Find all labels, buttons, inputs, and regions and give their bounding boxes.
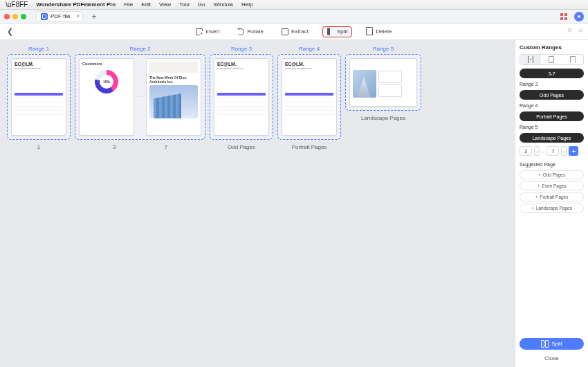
defined-range-pill[interactable]: Odd Pages bbox=[520, 90, 584, 100]
tab-title: PDF file bbox=[50, 13, 70, 19]
range-caption: Portrait Pages bbox=[277, 144, 341, 150]
to-stepper[interactable]: ˄˅ bbox=[561, 146, 567, 156]
split-canvas: Range 1 EC@LM. ecommerce solutions 1 Ran… bbox=[0, 40, 515, 367]
range-caption-left: 3 bbox=[113, 144, 116, 150]
menu-help[interactable]: Help bbox=[241, 1, 252, 8]
tab-close-icon[interactable]: × bbox=[76, 12, 80, 19]
range-box[interactable]: EC@LM. ecommerce solutions bbox=[7, 54, 71, 140]
menu-go[interactable]: Go bbox=[198, 1, 205, 8]
range-box[interactable] bbox=[345, 54, 421, 111]
range-mode-segment[interactable] bbox=[520, 54, 584, 65]
apps-grid-icon[interactable] bbox=[560, 13, 567, 20]
range-title: Range 4 bbox=[277, 46, 341, 52]
close-button[interactable]: Close bbox=[520, 353, 584, 363]
page-icon bbox=[549, 56, 554, 63]
suggested-portrait[interactable]: Portrait Pages bbox=[520, 193, 584, 202]
split-button[interactable]: Split bbox=[520, 338, 584, 350]
range-box[interactable]: EC@LM. ecommerce solutions bbox=[210, 54, 273, 140]
apple-menu-icon[interactable]: \uF8FF bbox=[6, 1, 28, 8]
range-2[interactable]: Range 2 Customers ⋯ The New Work Of Elon… bbox=[75, 46, 205, 150]
window-minimize-icon[interactable] bbox=[12, 14, 18, 19]
segment-page[interactable] bbox=[541, 55, 562, 64]
extract-label: Extract bbox=[291, 28, 309, 35]
range-title: Range 5 bbox=[345, 46, 421, 52]
toolbar-settings-icon[interactable]: ⚙ bbox=[567, 27, 572, 33]
segment-bookmark[interactable] bbox=[562, 55, 583, 64]
page-thumb-landscape[interactable] bbox=[349, 58, 417, 107]
range-brackets-icon bbox=[528, 56, 533, 63]
range-box[interactable]: EC@LM. ecommerce solutions bbox=[277, 54, 341, 140]
menu-edit[interactable]: Edit bbox=[141, 1, 151, 8]
document-tab[interactable]: PDF file × bbox=[36, 11, 83, 22]
window-tabstrip: PDF file × + ● bbox=[0, 10, 588, 24]
menu-tool[interactable]: Tool bbox=[179, 1, 190, 8]
mountain-photo-icon bbox=[353, 70, 376, 98]
add-range-button[interactable]: + bbox=[569, 146, 578, 156]
range-title: Range 1 bbox=[7, 46, 71, 52]
range-caption: Landscape Pages bbox=[345, 115, 421, 121]
range-caption-right: 7 bbox=[165, 144, 167, 150]
chevron-up-icon[interactable]: ˄ bbox=[535, 147, 539, 152]
defined-range-label: Range 3 bbox=[520, 82, 584, 87]
defined-range-label: Range 4 bbox=[520, 103, 584, 108]
page-thumb[interactable]: EC@LM. ecommerce solutions bbox=[11, 58, 66, 136]
range-from-input[interactable]: 3 bbox=[520, 146, 532, 156]
menu-file[interactable]: File bbox=[124, 1, 133, 8]
range-4[interactable]: Range 4 EC@LM. ecommerce solutions Portr… bbox=[277, 46, 341, 150]
range-box[interactable]: Customers ⋯ The New Work Of Elon Archite… bbox=[75, 54, 205, 140]
panel-title: Custom Ranges bbox=[520, 44, 584, 51]
range-caption: 1 bbox=[7, 144, 71, 150]
window-zoom-icon[interactable] bbox=[21, 14, 26, 19]
range-title: Range 3 bbox=[210, 46, 273, 52]
trash-icon bbox=[366, 28, 373, 35]
range-3[interactable]: Range 3 EC@LM. ecommerce solutions Odd P… bbox=[210, 46, 273, 150]
range-1[interactable]: Range 1 EC@LM. ecommerce solutions 1 bbox=[7, 46, 71, 150]
extract-tool[interactable]: Extract bbox=[277, 27, 313, 37]
range-to-input[interactable]: 7 bbox=[546, 146, 559, 156]
page-thumb[interactable]: EC@LM. ecommerce solutions bbox=[282, 58, 337, 136]
defined-range-pill[interactable]: Landscape Pages bbox=[520, 133, 584, 143]
window-close-icon[interactable] bbox=[4, 14, 10, 19]
insert-tool[interactable]: Insert bbox=[192, 27, 223, 37]
account-avatar-icon[interactable]: ● bbox=[574, 12, 584, 21]
menu-window[interactable]: Window bbox=[213, 1, 232, 8]
defined-range-label: Range 5 bbox=[520, 125, 584, 129]
donut-chart-icon bbox=[95, 70, 118, 93]
page-thumb[interactable]: Customers bbox=[79, 58, 134, 136]
split-tool[interactable]: Split bbox=[322, 26, 353, 37]
range-caption: Odd Pages bbox=[210, 144, 273, 150]
delete-label: Delete bbox=[376, 28, 392, 35]
delete-tool[interactable]: Delete bbox=[362, 27, 396, 37]
rotate-tool[interactable]: Rotate bbox=[233, 27, 268, 37]
window-controls bbox=[4, 14, 26, 19]
building-photo-icon bbox=[149, 85, 198, 118]
range-ellipsis-icon: ⋯ bbox=[136, 93, 144, 100]
range-5[interactable]: Range 5 Landscape Pages bbox=[345, 46, 421, 150]
suggested-odd[interactable]: Odd Pages bbox=[520, 170, 584, 179]
suggested-title: Suggested Page bbox=[520, 162, 584, 167]
rotate-label: Rotate bbox=[247, 28, 264, 35]
extract-icon bbox=[282, 28, 288, 35]
range-number-row: 3 ˄˅ – 7 ˄˅ + bbox=[520, 146, 584, 156]
page-thumb[interactable]: EC@LM. ecommerce solutions bbox=[214, 58, 269, 136]
menu-view[interactable]: View bbox=[159, 1, 171, 8]
suggested-landscape[interactable]: Landscape Pages bbox=[520, 204, 584, 213]
app-name[interactable]: Wondershare PDFelement Pro bbox=[36, 1, 116, 8]
current-range-pill[interactable]: 3-7 bbox=[520, 69, 584, 78]
bookmark-icon bbox=[570, 56, 576, 63]
page-thumb[interactable]: The New Work Of Elon Architects Inc. bbox=[146, 58, 201, 136]
chevron-down-icon[interactable]: ˅ bbox=[535, 152, 539, 156]
segment-manual[interactable] bbox=[520, 55, 541, 64]
chevron-down-icon[interactable]: ˅ bbox=[562, 152, 566, 156]
back-button[interactable]: ❮ bbox=[7, 27, 13, 36]
toolbar-collapse-icon[interactable]: ⇲ bbox=[578, 27, 582, 33]
workspace: Range 1 EC@LM. ecommerce solutions 1 Ran… bbox=[0, 40, 588, 367]
mac-menubar: \uF8FF Wondershare PDFelement Pro File E… bbox=[0, 0, 588, 10]
range-title: Range 2 bbox=[75, 46, 205, 52]
split-icon bbox=[541, 340, 549, 348]
defined-range-pill[interactable]: Portrait Pages bbox=[520, 111, 584, 121]
tab-add-button[interactable]: + bbox=[87, 12, 100, 21]
from-stepper[interactable]: ˄˅ bbox=[534, 146, 540, 156]
chevron-up-icon[interactable]: ˄ bbox=[562, 147, 566, 152]
suggested-even[interactable]: Even Pages bbox=[520, 181, 584, 190]
